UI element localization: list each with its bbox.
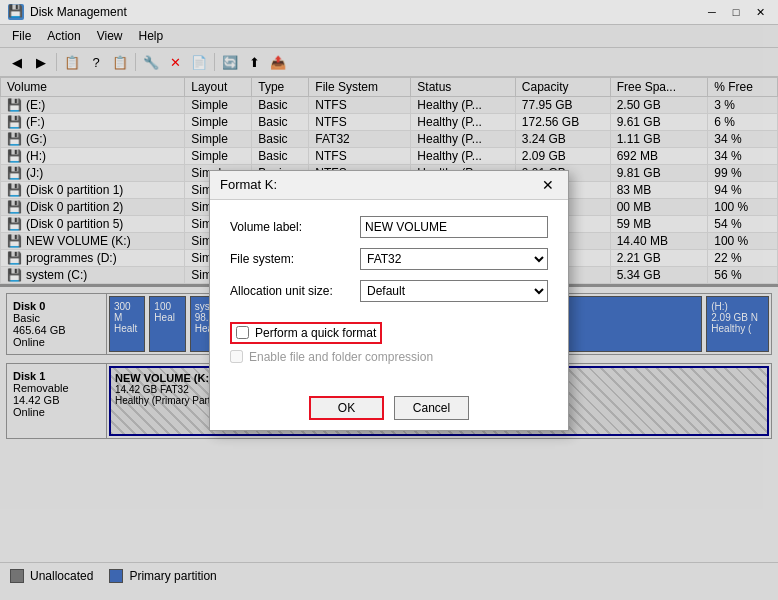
volume-label-row: Volume label:	[230, 216, 548, 238]
allocation-select[interactable]: Default 512 1024 2048 4096	[360, 280, 548, 302]
quick-format-row: Perform a quick format	[230, 322, 548, 344]
file-system-row: File system: FAT32 NTFS exFAT	[230, 248, 548, 270]
dialog-close-button[interactable]: ✕	[538, 177, 558, 193]
dialog-footer: OK Cancel	[210, 386, 568, 430]
compression-row: Enable file and folder compression	[230, 350, 548, 364]
file-system-text: File system:	[230, 252, 360, 266]
quick-format-label: Perform a quick format	[255, 326, 376, 340]
file-system-select[interactable]: FAT32 NTFS exFAT	[360, 248, 548, 270]
format-dialog: Format K: ✕ Volume label: File system: F…	[209, 170, 569, 431]
quick-format-checkbox[interactable]	[236, 326, 249, 339]
compression-checkbox[interactable]	[230, 350, 243, 363]
dialog-titlebar: Format K: ✕	[210, 171, 568, 200]
cancel-button[interactable]: Cancel	[394, 396, 469, 420]
ok-button[interactable]: OK	[309, 396, 384, 420]
volume-label-text: Volume label:	[230, 220, 360, 234]
volume-label-input[interactable]	[360, 216, 548, 238]
dialog-body: Volume label: File system: FAT32 NTFS ex…	[210, 200, 568, 386]
allocation-text: Allocation unit size:	[230, 284, 360, 298]
quick-format-wrapper: Perform a quick format	[230, 322, 382, 344]
compression-label: Enable file and folder compression	[249, 350, 433, 364]
allocation-row: Allocation unit size: Default 512 1024 2…	[230, 280, 548, 302]
dialog-overlay: Format K: ✕ Volume label: File system: F…	[0, 0, 778, 600]
dialog-title: Format K:	[220, 177, 277, 192]
